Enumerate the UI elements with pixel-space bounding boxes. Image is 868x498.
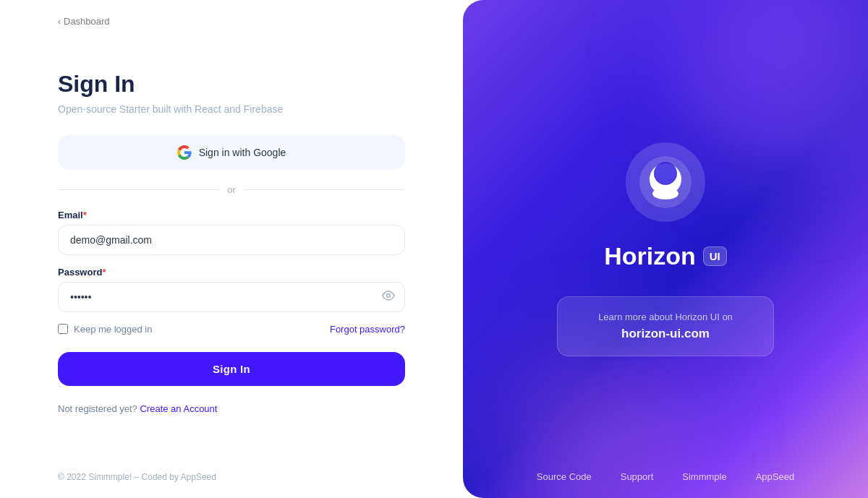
register-row: Not registered yet? Create an Account [58, 403, 405, 414]
svg-point-4 [652, 188, 678, 199]
footer-link-source[interactable]: Source Code [537, 471, 592, 482]
google-icon [177, 145, 192, 160]
page-subtitle: Open-source Starter built with React and… [58, 103, 405, 115]
footer-link-appseed[interactable]: AppSeed [756, 471, 795, 482]
form-area: Sign In Open-source Starter built with R… [58, 27, 405, 472]
password-required: * [102, 267, 106, 278]
register-text: Not registered yet? [58, 403, 137, 414]
password-label: Password* [58, 267, 405, 278]
google-btn-label: Sign in with Google [199, 147, 286, 158]
or-text: or [227, 184, 236, 195]
svg-point-3 [654, 162, 677, 185]
left-panel: ‹ Dashboard Sign In Open-source Starter … [0, 0, 463, 498]
brand-logo [626, 142, 705, 222]
password-input[interactable] [58, 282, 405, 312]
footer-text: © 2022 Simmmple! – Coded by AppSeed [58, 472, 216, 482]
chevron-left-icon: ‹ [58, 17, 61, 27]
brand-text: Horizon [604, 242, 696, 270]
divider-line-left [58, 189, 218, 190]
card-subtitle: Learn more about Horizon UI on [587, 312, 744, 322]
card-url: horizon-ui.com [587, 327, 744, 341]
back-link[interactable]: ‹ Dashboard [58, 0, 405, 27]
right-panel: Horizon UI Learn more about Horizon UI o… [463, 0, 868, 498]
back-link-label: Dashboard [64, 16, 110, 27]
google-signin-button[interactable]: Sign in with Google [58, 135, 405, 170]
email-required: * [83, 210, 87, 220]
email-input[interactable] [58, 225, 405, 255]
right-footer: Source Code Support Simmmple AppSeed [463, 471, 868, 482]
email-label: Email* [58, 210, 405, 220]
ui-badge: UI [703, 246, 727, 266]
form-options-row: Keep me logged in Forgot password? [58, 324, 405, 335]
keep-logged-label[interactable]: Keep me logged in [58, 324, 152, 335]
create-account-link2[interactable]: Create an Account [140, 403, 217, 414]
forgot-password-link[interactable]: Forgot password? [330, 324, 405, 335]
left-footer: © 2022 Simmmple! – Coded by AppSeed [58, 472, 405, 498]
horizon-info-card: Learn more about Horizon UI on horizon-u… [557, 296, 774, 356]
divider-line-right [244, 189, 405, 190]
brand-logo-icon [639, 156, 692, 208]
svg-point-0 [387, 293, 391, 297]
footer-link-support[interactable]: Support [621, 471, 654, 482]
toggle-password-icon[interactable] [382, 289, 395, 305]
email-field-group: Email* [58, 210, 405, 255]
page-title: Sign In [58, 71, 405, 98]
keep-logged-checkbox[interactable] [58, 324, 68, 334]
password-field-group: Password* [58, 267, 405, 312]
email-input-wrap [58, 225, 405, 255]
password-input-wrap [58, 282, 405, 312]
sign-in-button[interactable]: Sign In [58, 352, 405, 386]
brand-name: Horizon UI [604, 242, 727, 270]
or-divider: or [58, 184, 405, 195]
footer-link-simmmple[interactable]: Simmmple [682, 471, 726, 482]
keep-logged-text: Keep me logged in [74, 324, 152, 335]
